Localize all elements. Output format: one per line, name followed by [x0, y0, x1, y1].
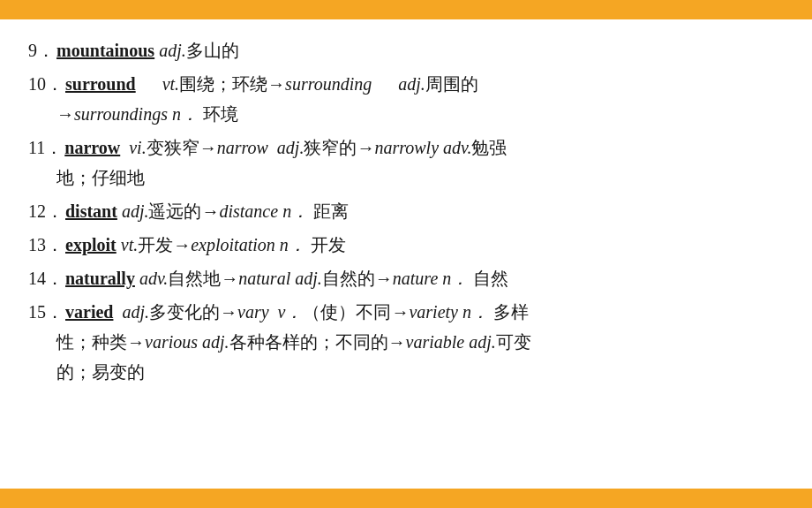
- word-varied: varied: [65, 302, 113, 322]
- arrow-11a: →: [199, 138, 217, 157]
- entry-10-text: 10．surround vt.围绕；环绕→surrounding adj.周围的: [28, 74, 478, 94]
- arrow-14b: →: [375, 269, 393, 288]
- pos-natural: adj.: [295, 269, 322, 288]
- def-narrow-adj: 狭窄的: [304, 138, 357, 157]
- number-12: 12．: [28, 201, 64, 221]
- def-15: 多变化的: [149, 302, 220, 322]
- deriv-surroundings: surroundings: [74, 104, 168, 124]
- def-narrowly: 勉强: [471, 138, 507, 157]
- entry-11: 11．narrow vi.变狭窄→narrow adj.狭窄的→narrowly…: [28, 133, 784, 193]
- entry-13-text: 13．exploit vt.开发→exploitation n． 开发: [28, 235, 346, 254]
- entry-15-line2: 性；种类→various adj.各种各样的；不同的→variable adj.…: [28, 327, 784, 357]
- number-10: 10．: [28, 74, 64, 94]
- arrow-10b: →: [56, 104, 74, 124]
- deriv-variable: variable: [406, 332, 465, 352]
- pos-distance: n．: [282, 201, 309, 221]
- def-various: 各种各样的；不同的: [229, 332, 388, 352]
- number-11: 11．: [28, 138, 63, 157]
- arrow-15a: →: [220, 302, 237, 322]
- entry-15: 15．varied adj.多变化的→vary v．（使）不同→variety …: [28, 297, 784, 387]
- arrow-11b: →: [357, 138, 374, 157]
- pos-9: adj.: [159, 41, 186, 60]
- pos-vary: v．: [278, 302, 304, 322]
- entry-12: 12．distant adj.遥远的→distance n． 距离: [28, 196, 784, 226]
- def-distance: 距离: [309, 201, 349, 221]
- def-9: 多山的: [186, 41, 239, 60]
- arrow-14a: →: [221, 269, 238, 288]
- word-naturally: naturally: [65, 269, 135, 288]
- pos-narrowly: adv.: [443, 138, 471, 157]
- def-variety-cont: 性；种类: [56, 332, 127, 352]
- pos-variable: adj.: [469, 332, 496, 352]
- entry-9: 9．mountainous adj.多山的: [28, 35, 784, 65]
- pos-variety: n．: [462, 302, 489, 322]
- def-surrounding: 周围的: [425, 74, 478, 94]
- number-9: 9．: [28, 41, 55, 60]
- def-narrowly-cont: 地；仔细地: [56, 168, 145, 187]
- entry-11-line2: 地；仔细地: [28, 163, 784, 193]
- def-vary: （使）不同: [303, 302, 391, 322]
- def-variable-cont: 的；易变的: [56, 362, 145, 382]
- bottom-bar: [0, 489, 812, 508]
- arrow-13: →: [173, 235, 191, 254]
- pos-14: adv.: [139, 269, 168, 288]
- pos-11: vi.: [129, 138, 146, 157]
- word-mountainous: mountainous: [56, 41, 154, 60]
- top-bar: [0, 0, 812, 19]
- def-surroundings: 环境: [199, 104, 238, 124]
- pos-15: adj.: [122, 302, 149, 322]
- pos-surrounding: adj.: [398, 74, 425, 94]
- word-narrow: narrow: [64, 138, 120, 157]
- entry-12-text: 12．distant adj.遥远的→distance n． 距离: [28, 201, 349, 221]
- pos-12: adj.: [122, 201, 149, 221]
- deriv-narrow-adj: narrow: [217, 138, 268, 157]
- def-10: 围绕；环绕: [179, 74, 267, 94]
- number-15: 15．: [28, 302, 64, 322]
- def-nature: 自然: [469, 269, 508, 288]
- number-13: 13．: [28, 235, 64, 254]
- entry-10: 10．surround vt.围绕；环绕→surrounding adj.周围的…: [28, 69, 784, 129]
- deriv-narrowly: narrowly: [374, 138, 439, 157]
- deriv-vary: vary: [237, 302, 269, 322]
- arrow-15c: →: [127, 332, 145, 352]
- entry-11-text: 11．narrow vi.变狭窄→narrow adj.狭窄的→narrowly…: [28, 138, 507, 157]
- deriv-distance: distance: [219, 201, 278, 221]
- entry-13: 13．exploit vt.开发→exploitation n． 开发: [28, 230, 784, 260]
- entry-15-line3: 的；易变的: [28, 357, 784, 387]
- content-area: 9．mountainous adj.多山的 10．surround vt.围绕；…: [0, 19, 812, 406]
- pos-surroundings: n．: [172, 104, 199, 124]
- deriv-exploitation: exploitation: [191, 235, 275, 254]
- pos-nature: n．: [442, 269, 469, 288]
- entry-14-text: 14．naturally adv.自然地→natural adj.自然的→nat…: [28, 269, 508, 288]
- def-variable: 可变: [496, 332, 531, 352]
- pos-10: vt.: [162, 74, 179, 94]
- word-surround: surround: [65, 74, 136, 94]
- deriv-various: various: [145, 332, 198, 352]
- deriv-nature: nature: [393, 269, 438, 288]
- deriv-variety: variety: [409, 302, 458, 322]
- deriv-natural: natural: [238, 269, 290, 288]
- def-exploitation: 开发: [306, 235, 346, 254]
- entry-14: 14．naturally adv.自然地→natural adj.自然的→nat…: [28, 263, 784, 293]
- arrow-10a: →: [267, 74, 285, 94]
- def-13: 开发: [138, 235, 173, 254]
- def-variety: 多样: [489, 302, 529, 322]
- def-14: 自然地: [168, 269, 221, 288]
- pos-narrow-adj: adj.: [277, 138, 304, 157]
- arrow-15d: →: [388, 332, 406, 352]
- pos-various: adj.: [202, 332, 229, 352]
- deriv-surrounding: surrounding: [285, 74, 372, 94]
- entry-9-text: 9．mountainous adj.多山的: [28, 41, 239, 60]
- def-natural: 自然的: [322, 269, 375, 288]
- pos-exploitation: n．: [280, 235, 306, 254]
- arrow-12: →: [201, 201, 219, 221]
- entry-15-text: 15．varied adj.多变化的→vary v．（使）不同→variety …: [28, 302, 529, 322]
- def-12: 遥远的: [148, 201, 201, 221]
- word-distant: distant: [65, 201, 117, 221]
- entry-10-line2: →surroundings n． 环境: [28, 99, 784, 129]
- word-exploit: exploit: [65, 235, 117, 254]
- def-11: 变狭窄: [147, 138, 199, 157]
- number-14: 14．: [28, 269, 64, 288]
- pos-13: vt.: [121, 235, 138, 254]
- arrow-15b: →: [391, 302, 409, 322]
